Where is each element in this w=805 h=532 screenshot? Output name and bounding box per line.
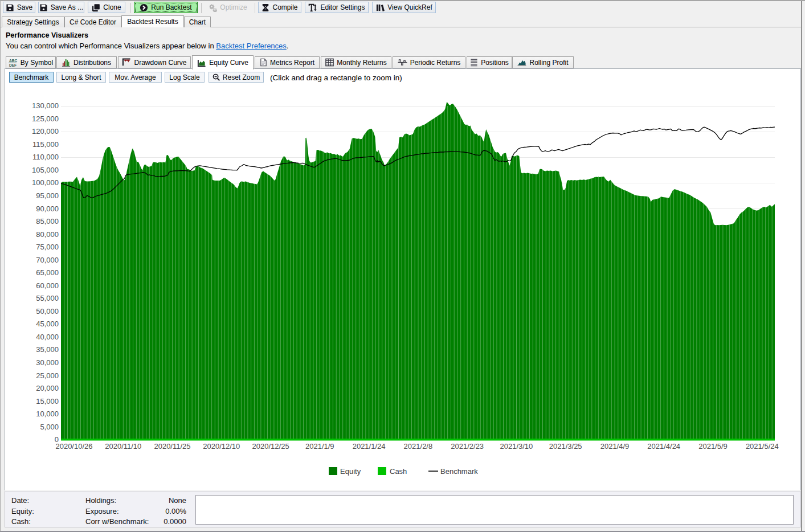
svg-text:DEF: DEF — [9, 63, 17, 67]
svg-text:110,000: 110,000 — [32, 153, 59, 161]
svg-text:70,000: 70,000 — [36, 256, 59, 264]
svg-text:130,000: 130,000 — [32, 101, 59, 110]
svg-text:5,000: 5,000 — [40, 423, 59, 431]
svg-text:ABC: ABC — [9, 59, 17, 63]
svg-text:2020/11/10: 2020/11/10 — [105, 442, 141, 451]
svg-text:2021/4/24: 2021/4/24 — [647, 442, 680, 451]
svg-text:75,000: 75,000 — [36, 243, 59, 251]
svg-text:2021/1/24: 2021/1/24 — [353, 442, 386, 451]
svg-text:2021/5/24: 2021/5/24 — [746, 442, 779, 451]
svg-text:15,000: 15,000 — [36, 397, 59, 406]
svg-text:20,000: 20,000 — [36, 384, 59, 392]
svg-text:2020/11/25: 2020/11/25 — [154, 442, 190, 451]
svg-text:80,000: 80,000 — [36, 230, 59, 239]
svg-text:55,000: 55,000 — [36, 294, 59, 302]
svg-text:2021/3/10: 2021/3/10 — [500, 442, 533, 451]
svg-text:125,000: 125,000 — [32, 114, 59, 123]
svg-text:10,000: 10,000 — [36, 410, 59, 418]
svg-text:60,000: 60,000 — [36, 281, 59, 290]
svg-text:100,000: 100,000 — [32, 178, 59, 187]
svg-text:2020/12/10: 2020/12/10 — [203, 442, 240, 451]
svg-text:95,000: 95,000 — [36, 191, 59, 200]
svg-text:2020/12/25: 2020/12/25 — [252, 442, 289, 451]
svg-text:115,000: 115,000 — [32, 140, 59, 149]
svg-text:35,000: 35,000 — [36, 345, 59, 354]
svg-text:50,000: 50,000 — [36, 307, 59, 316]
svg-text:30,000: 30,000 — [36, 358, 59, 367]
svg-text:2021/3/25: 2021/3/25 — [549, 442, 582, 451]
svg-text:2021/5/9: 2021/5/9 — [698, 442, 728, 451]
svg-text:2021/2/8: 2021/2/8 — [404, 442, 433, 451]
svg-text:40,000: 40,000 — [36, 333, 59, 341]
svg-text:2021/2/23: 2021/2/23 — [451, 442, 484, 451]
svg-text:25,000: 25,000 — [36, 371, 59, 380]
svg-text:2020/10/26: 2020/10/26 — [55, 442, 92, 451]
svg-text:2021/4/9: 2021/4/9 — [600, 442, 630, 451]
svg-text:2021/1/9: 2021/1/9 — [305, 442, 334, 451]
svg-text:45,000: 45,000 — [36, 320, 59, 328]
svg-text:105,000: 105,000 — [32, 166, 59, 174]
svg-text:90,000: 90,000 — [36, 204, 59, 213]
svg-text:65,000: 65,000 — [36, 268, 59, 277]
svg-text:120,000: 120,000 — [32, 127, 59, 136]
svg-text:85,000: 85,000 — [36, 217, 59, 226]
